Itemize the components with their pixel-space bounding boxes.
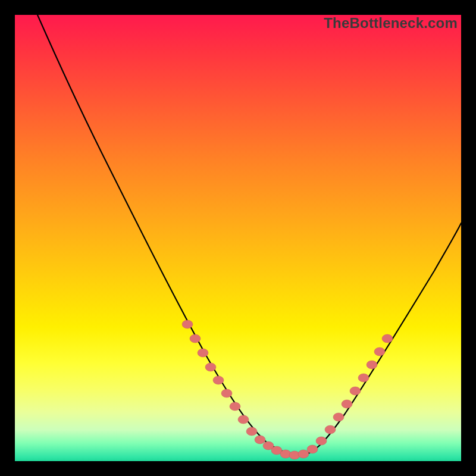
data-marker [374, 347, 385, 356]
data-marker [358, 374, 369, 382]
data-marker [198, 349, 208, 357]
data-marker [190, 334, 201, 343]
data-marker [333, 413, 344, 421]
data-marker [205, 363, 216, 371]
data-marker [350, 387, 361, 395]
chart-frame: TheBottleneck.com [0, 0, 476, 476]
data-marker [238, 415, 249, 424]
data-marker [382, 334, 393, 343]
data-marker [182, 320, 193, 328]
data-marker [255, 436, 265, 444]
data-marker [367, 361, 377, 369]
plot-area: TheBottleneck.com [15, 15, 461, 461]
data-marker [213, 376, 224, 384]
data-marker [325, 425, 336, 434]
data-marker [307, 445, 318, 453]
data-marker [298, 450, 309, 458]
curve-svg [15, 15, 461, 461]
data-marker [316, 437, 327, 445]
data-marker [246, 427, 257, 436]
bottleneck-curve [37, 15, 461, 455]
data-marker [342, 400, 352, 408]
data-marker [221, 389, 232, 397]
data-marker [230, 402, 240, 411]
